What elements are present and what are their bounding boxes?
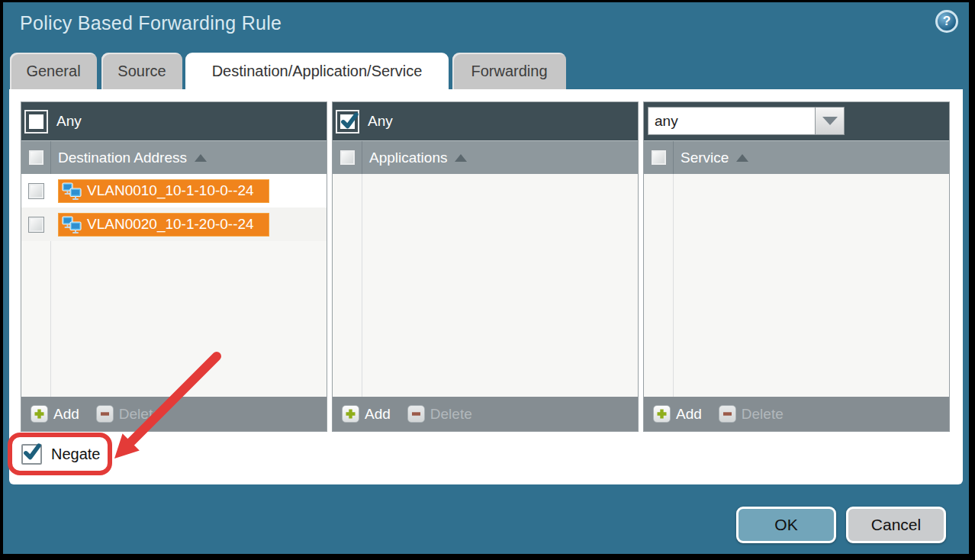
address-object-label: VLAN0020_10-1-20-0--24	[87, 216, 254, 233]
address-object-label: VLAN0010_10-1-10-0--24	[87, 182, 254, 199]
destination-any-bar: Any	[21, 102, 327, 140]
destination-column-header[interactable]: Destination Address	[21, 140, 327, 174]
applications-any-label: Any	[368, 113, 393, 130]
add-icon	[31, 405, 48, 423]
applications-list: Any Applications Add Delete	[332, 101, 639, 432]
service-type-dropdown[interactable]: any	[648, 107, 845, 135]
service-footer: Add Delete	[644, 397, 949, 431]
add-button[interactable]: Add	[342, 405, 391, 423]
destination-address-list: Any Destination Address	[21, 101, 327, 432]
delete-button[interactable]: Delete	[96, 405, 161, 423]
network-icon	[62, 216, 82, 233]
cancel-button[interactable]: Cancel	[846, 507, 946, 543]
sort-asc-icon	[736, 154, 748, 162]
destination-any-label: Any	[56, 113, 82, 130]
sort-asc-icon	[455, 154, 467, 162]
tab-destination-application-service[interactable]: Destination/Application/Service	[185, 53, 449, 90]
destination-list-body: VLAN0010_10-1-10-0--24	[21, 174, 327, 397]
applications-header-label: Applications	[369, 150, 447, 166]
applications-selectall-checkbox[interactable]	[339, 150, 356, 166]
add-icon	[653, 405, 671, 423]
chevron-down-icon	[822, 117, 838, 125]
network-icon	[62, 182, 82, 200]
service-list-body	[644, 174, 949, 397]
delete-icon	[407, 405, 425, 423]
destination-selectall-checkbox[interactable]	[28, 150, 44, 166]
service-header-label: Service	[681, 150, 729, 166]
annotation-highlight-box	[8, 433, 112, 475]
row-checkbox[interactable]	[28, 183, 44, 199]
add-button[interactable]: Add	[653, 405, 702, 423]
add-icon	[342, 405, 359, 423]
dialog-title: Policy Based Forwarding Rule	[20, 12, 282, 34]
service-dropdown-bar: any	[644, 102, 949, 140]
destination-any-checkbox[interactable]	[26, 111, 47, 132]
delete-icon	[719, 405, 736, 423]
column-divider	[673, 174, 674, 397]
service-selectall-checkbox[interactable]	[651, 150, 667, 166]
destination-header-label: Destination Address	[58, 150, 187, 166]
applications-list-body	[333, 174, 638, 397]
help-icon[interactable]: ?	[935, 10, 958, 33]
row-checkbox[interactable]	[28, 217, 44, 233]
applications-any-checkbox[interactable]	[337, 111, 358, 132]
service-column-header[interactable]: Service	[644, 140, 949, 174]
destination-footer: Add Delete	[21, 397, 327, 431]
applications-column-header[interactable]: Applications	[333, 140, 638, 174]
delete-icon	[96, 405, 114, 423]
service-type-value[interactable]: any	[648, 107, 816, 135]
address-object-chip[interactable]: VLAN0010_10-1-10-0--24	[58, 179, 269, 203]
screenshot-root: Policy Based Forwarding Rule ? General S…	[0, 0, 975, 560]
dropdown-button[interactable]	[816, 107, 845, 135]
tab-forwarding[interactable]: Forwarding	[452, 53, 566, 89]
checkmark-icon	[339, 111, 359, 131]
address-object-chip[interactable]: VLAN0020_10-1-20-0--24	[58, 213, 269, 237]
applications-any-bar: Any	[333, 102, 638, 140]
add-button[interactable]: Add	[31, 405, 79, 423]
applications-footer: Add Delete	[333, 397, 638, 431]
delete-button[interactable]: Delete	[407, 405, 472, 423]
sort-asc-icon	[195, 154, 207, 162]
column-divider	[362, 174, 362, 397]
ok-button[interactable]: OK	[736, 507, 836, 543]
tab-general[interactable]: General	[10, 53, 97, 89]
table-row[interactable]: VLAN0020_10-1-20-0--24	[21, 208, 327, 241]
table-row[interactable]: VLAN0010_10-1-10-0--24	[21, 174, 327, 208]
delete-button[interactable]: Delete	[719, 405, 784, 423]
service-list: any Service Add	[643, 101, 950, 432]
tab-source[interactable]: Source	[101, 53, 182, 89]
